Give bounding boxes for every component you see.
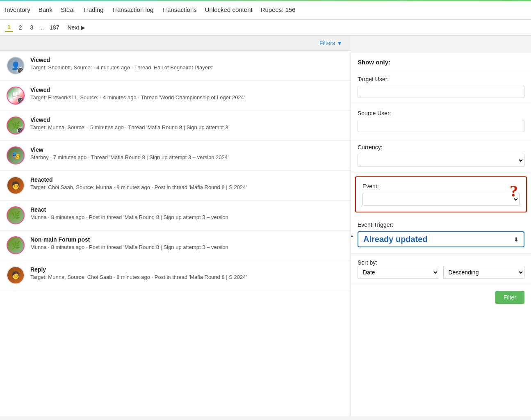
nav-item-rupees: Rupees: 156 [261,6,296,13]
activity-item-6: 🌿 React Munna · 8 minutes ago · Post in … [0,201,351,231]
nav-item-unlocked-content[interactable]: Unlocked content [205,6,253,13]
activity-content-8: Reply Target: Munna, Source: Choi Saab ·… [30,266,344,280]
activity-content-3: Viewed Target: Munna, Source: · 5 minute… [30,116,344,130]
activity-title-3: Viewed [30,116,344,123]
page-2[interactable]: 2 [16,23,25,32]
nav-item-inventory[interactable]: Inventory [5,6,30,13]
nav-item-bank[interactable]: Bank [39,6,52,13]
avatar-3: 🌿 ? [7,116,25,135]
filter-section-event-trigger: Event Trigger: Already updated ⬇ [351,216,531,253]
content-list: Filters ▼ 👤 ? Viewed Target: Shoaibbtt, … [0,36,351,416]
activity-meta-6: Munna · 8 minutes ago · Post in thread '… [30,214,344,220]
activity-item-7: 🌿 Non-main Forum post Munna · 8 minutes … [0,231,351,260]
activity-title-5: Reacted [30,176,344,183]
filter-button-row: Filter [351,285,531,310]
currency-select[interactable] [358,154,524,167]
activity-title-2: Viewed [30,87,344,93]
filters-chevron-icon: ▼ [337,40,342,46]
show-only-label: Show only: [358,59,390,66]
target-user-label: Target User: [358,76,524,82]
activity-item-1: 👤 ? Viewed Target: Shoaibbtt, Source: · … [0,51,351,81]
page-ellipsis: ... [39,24,44,31]
avatar-image-4: 🎭 [7,147,24,164]
avatar-7: 🌿 [7,236,25,254]
avatar-8: 🧑 [7,266,25,284]
activity-content-4: View Starboy · 7 minutes ago · Thread 'M… [30,146,344,160]
question-badge-2: ? [17,97,24,104]
filter-section-event: Event: ? [355,176,527,212]
question-badge-3: ? [17,127,24,134]
activity-content-5: Reacted Target: Choi Saab, Source: Munna… [30,176,344,190]
already-updated-text: Already updated [363,235,428,244]
avatar-6: 🌿 [7,206,25,224]
activity-content-2: Viewed Target: Fireworks11, Source: · 4 … [30,87,344,100]
activity-item-8: 🧑 Reply Target: Munna, Source: Choi Saab… [0,260,351,290]
sort-by-select[interactable]: Date Amount [358,266,439,279]
activity-title-7: Non-main Forum post [30,236,344,243]
top-navigation: Inventory Bank Steal Trading Transaction… [0,0,531,20]
activity-content-1: Viewed Target: Shoaibbtt, Source: · 4 mi… [30,57,344,71]
activity-item-3: 🌿 ? Viewed Target: Munna, Source: · 5 mi… [0,111,351,141]
event-trigger-label: Event Trigger: [358,221,524,228]
filter-section-target-user: Target User: [351,70,531,104]
already-updated-box[interactable]: Already updated ⬇ [358,231,524,247]
avatar-image-8: 🧑 [7,267,24,283]
activity-item-5: 🧑 Reacted Target: Choi Saab, Source: Mun… [0,171,351,201]
source-user-input[interactable] [358,120,524,132]
activity-meta-8: Target: Munna, Source: Choi Saab · 8 min… [30,274,344,280]
filter-button[interactable]: Filter [495,291,524,304]
next-button[interactable]: Next ▶ [65,23,88,32]
activity-meta-3: Target: Munna, Source: · 5 minutes ago ·… [30,124,344,130]
filter-panel: Show only: Target User: Source User: Cur… [351,53,531,416]
pagination-bar: 1 2 3 ... 187 Next ▶ [0,20,531,36]
activity-meta-2: Target: Fireworks11, Source: · 4 minutes… [30,94,344,100]
filter-section-currency: Currency: [351,138,531,173]
filters-row: Filters ▼ [0,36,351,51]
sort-order-select[interactable]: Descending Ascending [443,266,525,279]
avatar-5: 🧑 [7,176,25,194]
filters-label: Filters [319,40,335,46]
nav-item-transaction-log[interactable]: Transaction log [112,6,153,13]
activity-meta-7: Munna · 8 minutes ago · Post in thread '… [30,244,344,250]
activity-meta-5: Target: Choi Saab, Source: Munna · 8 min… [30,184,344,190]
activity-title-4: View [30,146,344,153]
next-chevron-icon: ▶ [81,24,85,31]
nav-item-trading[interactable]: Trading [83,6,103,13]
activity-meta-1: Target: Shoaibbtt, Source: · 4 minutes a… [30,64,344,71]
question-badge-1: ? [17,67,24,74]
currency-label: Currency: [358,144,524,151]
avatar-4: 🎭 [7,146,25,164]
filters-link[interactable]: Filters ▼ [319,40,342,46]
activity-title-1: Viewed [30,57,344,63]
avatar-image-6: 🌿 [7,207,24,224]
event-label: Event: [362,183,520,189]
event-select[interactable] [362,193,520,206]
avatar-image-5: 🧑 [7,177,24,194]
avatar-1: 👤 ? [7,57,25,75]
source-user-label: Source User: [358,110,524,116]
sort-by-label: Sort by: [358,259,524,266]
event-trigger-chevron-icon: ⬇ [514,236,519,243]
activity-content-7: Non-main Forum post Munna · 8 minutes ag… [30,236,344,250]
show-only-header: Show only: [351,53,531,70]
avatar-image-7: 🌿 [7,237,24,253]
activity-title-6: React [30,206,344,213]
activity-item-4: 🎭 View Starboy · 7 minutes ago · Thread … [0,141,351,171]
nav-item-steal[interactable]: Steal [61,6,75,13]
page-187[interactable]: 187 [47,23,62,32]
page-1[interactable]: 1 [5,23,13,32]
filter-section-source-user: Source User: [351,104,531,138]
activity-content-6: React Munna · 8 minutes ago · Post in th… [30,206,344,220]
nav-item-transactions[interactable]: Transactions [162,6,196,13]
avatar-2: 🏳️ ? [7,87,25,105]
activity-meta-4: Starboy · 7 minutes ago · Thread 'Mafia … [30,154,344,160]
page-3[interactable]: 3 [28,23,36,32]
activity-item-2: 🏳️ ? Viewed Target: Fireworks11, Source:… [0,81,351,111]
target-user-input[interactable] [358,86,524,98]
activity-title-8: Reply [30,266,344,273]
next-label: Next [67,24,79,31]
main-area: Filters ▼ 👤 ? Viewed Target: Shoaibbtt, … [0,36,531,416]
sort-by-section: Sort by: Date Amount Descending Ascendin… [351,253,531,285]
